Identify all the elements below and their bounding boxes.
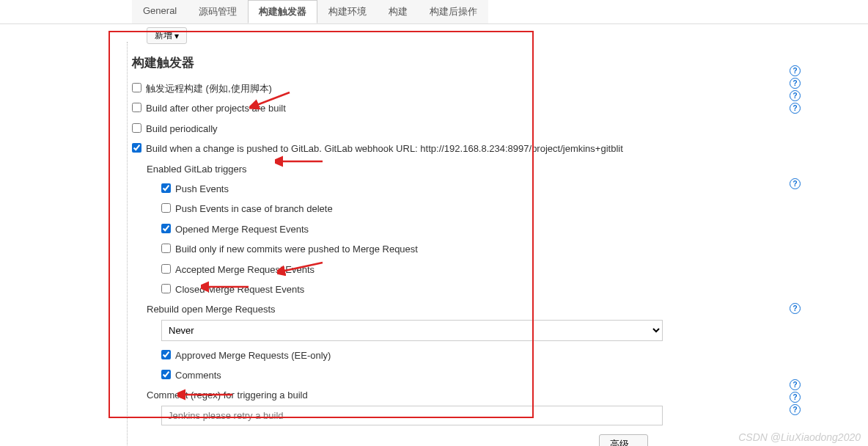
help-icon[interactable]: ? xyxy=(790,392,801,403)
label-build-only: Build only if new commits were pushed to… xyxy=(175,241,418,257)
label-approved-mr: Approved Merge Requests (EE-only) xyxy=(175,347,331,364)
add-dropdown[interactable]: 新增▾ xyxy=(147,27,187,44)
label-push-delete: Push Events in case of branch delete xyxy=(175,200,333,217)
label-opened-mr: Opened Merge Request Events xyxy=(175,221,309,238)
label-comment-regex: Comment (regex) for triggering a build xyxy=(147,387,308,403)
label-push-events: Push Events xyxy=(175,180,229,197)
label-gitlab: Build when a change is pushed to GitLab.… xyxy=(146,140,623,157)
cb-build-only[interactable] xyxy=(161,244,171,253)
tab-general[interactable]: General xyxy=(132,0,188,23)
advanced-button[interactable]: 高级... xyxy=(599,434,648,446)
cb-accepted-mr[interactable] xyxy=(161,264,171,274)
label-comments: Comments xyxy=(175,367,221,384)
tab-env[interactable]: 构建环境 xyxy=(317,0,378,23)
cb-opened-mr[interactable] xyxy=(161,224,171,233)
help-icon[interactable]: ? xyxy=(790,178,801,189)
help-icon[interactable]: ? xyxy=(790,103,801,114)
tab-build[interactable]: 构建 xyxy=(378,0,419,23)
tab-triggers[interactable]: 构建触发器 xyxy=(248,0,317,23)
add-label: 新增 xyxy=(155,29,172,42)
tab-post[interactable]: 构建后操作 xyxy=(419,0,488,23)
label-enabled-triggers: Enabled GitLab triggers xyxy=(147,161,247,178)
cb-push-delete[interactable] xyxy=(161,203,171,213)
cb-push-events[interactable] xyxy=(161,183,171,193)
tab-source[interactable]: 源码管理 xyxy=(188,0,248,23)
cb-after-others[interactable] xyxy=(132,103,141,112)
label-rebuild: Rebuild open Merge Requests xyxy=(147,301,276,318)
cb-gitlab[interactable] xyxy=(132,143,141,153)
label-accepted-mr: Accepted Merge Request Events xyxy=(175,261,315,278)
help-icon[interactable]: ? xyxy=(790,379,801,390)
help-icon[interactable]: ? xyxy=(790,303,801,314)
cb-remote[interactable] xyxy=(132,83,141,92)
input-comment-regex[interactable] xyxy=(161,406,663,425)
help-icon[interactable]: ? xyxy=(790,90,801,101)
label-closedMR: Closed Merge Request Events xyxy=(175,281,304,298)
help-icon[interactable]: ? xyxy=(790,65,801,76)
config-tabs: General 源码管理 构建触发器 构建环境 构建 构建后操作 xyxy=(0,0,868,24)
section-title: 构建触发器 xyxy=(132,54,648,71)
select-rebuild[interactable]: Never xyxy=(161,320,663,341)
cb-periodically[interactable] xyxy=(132,123,141,133)
label-after-others: Build after other projects are built xyxy=(146,100,286,117)
cb-comments[interactable] xyxy=(161,370,171,379)
label-remote: 触发远程构建 (例如,使用脚本) xyxy=(146,80,272,97)
help-icon[interactable]: ? xyxy=(790,78,801,89)
help-icon[interactable]: ? xyxy=(790,404,801,415)
cb-closed-mr[interactable] xyxy=(161,284,171,293)
caret-down-icon: ▾ xyxy=(174,31,179,41)
label-periodically: Build periodically xyxy=(146,120,218,137)
watermark: CSDN @LiuXiaodong2020 xyxy=(738,431,861,443)
cb-approved-mr[interactable] xyxy=(161,350,171,359)
dotted-guide xyxy=(127,42,128,446)
